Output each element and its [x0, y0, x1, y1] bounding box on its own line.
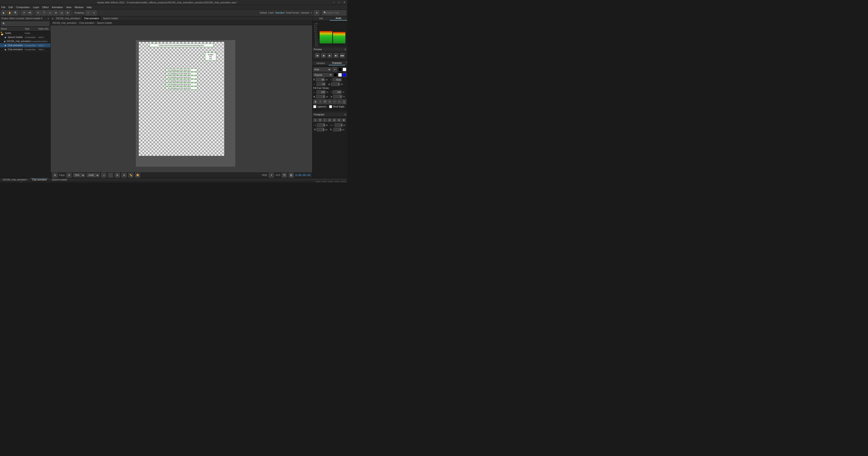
menu-layer[interactable]: Layer [33, 6, 39, 8]
quality-select[interactable]: (Half) (Full) (Third) [87, 173, 99, 177]
menu-file[interactable]: File [1, 6, 5, 8]
menu-animation[interactable]: Animation [52, 6, 63, 8]
project-search-input[interactable] [1, 22, 49, 26]
close-btn[interactable]: ✕ [343, 1, 345, 4]
menu-effect[interactable]: Effect [42, 6, 49, 8]
font-color-swatch[interactable] [338, 68, 342, 71]
proj-item-202106[interactable]: ◼ 202106_chat_animation Composition 1920… [0, 39, 51, 44]
tl-btn-solo[interactable]: ◎ [315, 181, 320, 182]
search-input[interactable] [327, 11, 345, 14]
align-center-btn[interactable]: ☰ [318, 118, 322, 122]
menu-window[interactable]: Window [74, 6, 84, 8]
minimize-btn[interactable]: ─ [333, 1, 335, 4]
effect-expand-btn[interactable]: » [48, 17, 49, 20]
space-before-input[interactable] [316, 128, 324, 132]
workspace-small-screen[interactable]: Small Screen [286, 11, 299, 14]
font-pencil-btn[interactable]: ✏ [332, 67, 337, 72]
tl-tab-chat[interactable]: Chat animation [31, 178, 49, 181]
prev-play-btn[interactable]: ▶ [328, 53, 332, 58]
prev-back-btn[interactable]: ◀ [321, 53, 326, 58]
preview-menu-icon[interactable]: ≡ [344, 48, 346, 51]
workspace-standard[interactable]: Standard [275, 11, 285, 14]
menu-view[interactable]: View [66, 6, 71, 8]
workspace-more[interactable]: » [311, 11, 312, 14]
render-region-btn[interactable]: ▭ [101, 173, 106, 178]
tool-shape-star[interactable]: ★ [53, 10, 58, 16]
tl-btn-comp[interactable]: ⊕ [322, 181, 327, 182]
tl-btn-marker[interactable]: ◆ [328, 181, 333, 182]
font-size-input[interactable] [316, 78, 325, 81]
tsumi-input[interactable] [331, 82, 340, 86]
stroke-color-swatch[interactable] [343, 68, 346, 71]
guides-btn[interactable]: ⊕ [122, 173, 127, 178]
snapshot-btn[interactable]: 📷 [282, 173, 287, 178]
scale-v-input[interactable] [333, 90, 342, 94]
tool-rotate[interactable]: ↺ [22, 10, 26, 16]
white-swatch[interactable] [338, 73, 342, 77]
baseline-input[interactable] [316, 95, 325, 98]
workspace-default[interactable]: Default [260, 11, 267, 14]
tab-202106[interactable]: 202106_chat_animation [54, 16, 82, 21]
tab-audio[interactable]: Audio [330, 16, 347, 21]
tool-zoom[interactable]: 🔍 [13, 10, 18, 16]
char-menu-icon[interactable]: ≡ [346, 61, 347, 65]
breadcrumb-item-2[interactable]: Chat animation [79, 22, 94, 24]
tracking-input[interactable] [316, 82, 326, 86]
prev-fwd-btn[interactable]: ▶| [334, 53, 338, 58]
proj-item-solids[interactable]: ▶📁 Solids Folder [0, 31, 51, 35]
font-style-select[interactable]: Regular Bold Italic [313, 73, 333, 77]
tool-roto[interactable]: ◎ [59, 10, 64, 16]
tool-shape-rect[interactable]: ▭ [48, 10, 53, 16]
channels-btn[interactable]: 🎨 [135, 173, 140, 178]
indent-left-input[interactable] [317, 123, 325, 127]
indent-right-input[interactable] [335, 123, 342, 127]
tab-info[interactable]: Info [312, 16, 330, 21]
bold-btn[interactable]: B [313, 99, 318, 104]
tl-btn-graph[interactable]: 📈 [341, 181, 346, 182]
timeline-search-btn[interactable]: 🔍 [19, 182, 23, 182]
menu-edit[interactable]: Edit [8, 6, 13, 8]
breadcrumb-item-1[interactable]: 202106_chat_animation [53, 22, 76, 24]
exposure-btn[interactable]: ☀ [269, 173, 274, 178]
tab-chat-animation[interactable]: Chat animation [82, 16, 101, 21]
blue-swatch[interactable] [343, 73, 346, 77]
show-snapshot-btn[interactable]: 🖼 [289, 173, 293, 178]
menu-help[interactable]: Help [87, 6, 92, 8]
underline-btn[interactable]: T̲ [342, 99, 346, 104]
justify-right-btn[interactable]: ⊟ [337, 118, 341, 122]
tab-libraries[interactable]: Libraries [312, 61, 329, 65]
snapping-toggle[interactable]: ⌗ [86, 10, 91, 16]
tool-text[interactable]: T [41, 10, 46, 16]
proj-item-chat[interactable]: ◼ Chat animation Composition 1920 x [0, 44, 51, 48]
tool-pen[interactable]: ✒ [36, 10, 41, 16]
small-caps-btn[interactable]: TT [328, 99, 332, 104]
tl-tab-speech[interactable]: Speech bubble [51, 178, 68, 181]
workspace-learn[interactable]: Learn [268, 11, 274, 14]
tool-camera[interactable]: 📷 [27, 10, 32, 16]
align-right-btn[interactable]: ≡ [323, 118, 327, 122]
zoom-select[interactable]: 50% 100% 25% [73, 173, 85, 177]
tool-puppet[interactable]: ⊕ [65, 10, 70, 16]
subscript-btn[interactable]: T↓ [337, 99, 342, 104]
menu-composition[interactable]: Composition [16, 6, 30, 8]
black-swatch[interactable] [334, 73, 337, 77]
tool-selection[interactable]: ▶ [1, 10, 6, 16]
justify-left-btn[interactable]: ⊟ [328, 118, 332, 122]
ligatures-check[interactable] [313, 105, 316, 108]
tab-character[interactable]: Character [329, 61, 345, 65]
frame-preview-btn[interactable]: ⊞ [53, 173, 57, 178]
tool-hand[interactable]: ✋ [7, 10, 12, 16]
scale-h-input[interactable] [316, 90, 326, 94]
workspace-settings[interactable]: ⚙ [314, 10, 319, 16]
paragraph-menu-icon[interactable]: ≡ [344, 113, 346, 116]
transparency-btn[interactable]: ⬚ [108, 173, 113, 178]
comp-settings-btn[interactable]: ⚙ [66, 173, 71, 178]
superscript-btn[interactable]: T↑ [333, 99, 337, 104]
italic-btn[interactable]: I [318, 99, 322, 104]
hindi-digits-check[interactable] [329, 105, 332, 108]
breadcrumb-item-3[interactable]: Speech bubble [97, 22, 112, 24]
tsumi2-input[interactable] [333, 95, 342, 98]
space-after-input[interactable] [333, 128, 341, 132]
all-caps-btn[interactable]: TT [323, 99, 327, 104]
font-family-select[interactable]: Arial [313, 67, 331, 72]
